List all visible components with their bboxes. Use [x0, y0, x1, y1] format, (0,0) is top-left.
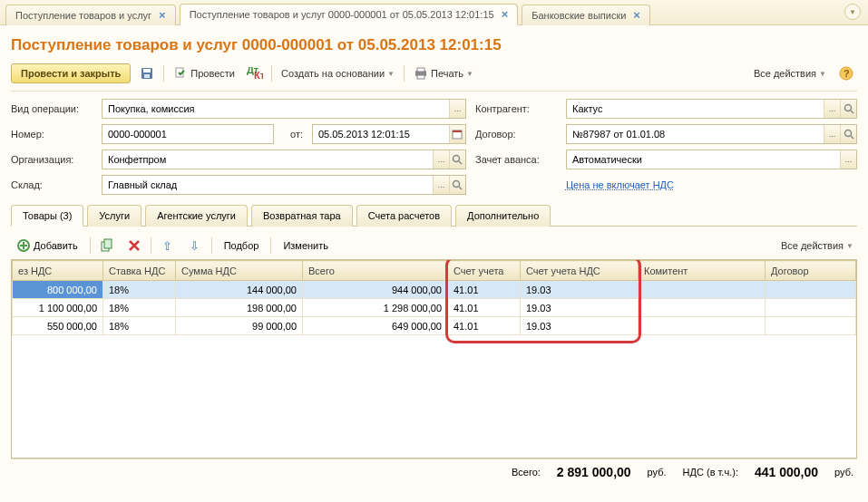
col-no-vat[interactable]: ез НДС — [13, 261, 103, 281]
lookup-icon[interactable] — [449, 150, 465, 169]
help-icon[interactable]: ? — [835, 63, 857, 83]
grid-all-actions-button[interactable]: Все действия ▼ — [777, 237, 857, 254]
cell-vat-rate[interactable]: 18% — [103, 317, 176, 335]
cell-vat-rate[interactable]: 18% — [103, 299, 176, 317]
col-account[interactable]: Счет учета — [448, 261, 521, 281]
svg-rect-2 — [144, 74, 150, 78]
cell-vat-sum[interactable]: 99 000,00 — [176, 317, 303, 335]
ellipsis-icon[interactable]: ... — [449, 100, 465, 118]
col-total[interactable]: Всего — [303, 261, 448, 281]
counterparty-field[interactable] — [567, 100, 824, 118]
tab-settlement-accounts[interactable]: Счета расчетов — [356, 205, 452, 227]
col-vat-sum[interactable]: Сумма НДС — [176, 261, 303, 281]
cell-vat-sum[interactable]: 198 000,00 — [176, 299, 303, 317]
warehouse-input[interactable]: ... — [102, 175, 466, 195]
ellipsis-icon[interactable]: ... — [433, 150, 449, 169]
date-field[interactable] — [313, 125, 449, 143]
ellipsis-icon[interactable]: ... — [433, 176, 449, 194]
warehouse-field[interactable] — [102, 176, 433, 194]
tab-services[interactable]: Услуги — [87, 205, 141, 227]
cell-no-vat[interactable]: 1 100 000,00 — [13, 299, 103, 317]
pick-button[interactable]: Подбор — [218, 237, 266, 255]
ellipsis-icon[interactable]: ... — [840, 150, 856, 169]
edit-button[interactable]: Изменить — [277, 237, 335, 255]
total-label: Всего: — [512, 467, 541, 478]
advance-input[interactable]: ... — [566, 150, 857, 169]
move-down-icon[interactable]: ⇩ — [184, 236, 206, 256]
cell-no-vat[interactable]: 550 000,00 — [13, 317, 103, 335]
tab-bar: Поступление товаров и услуг × Поступлени… — [0, 0, 868, 25]
contract-field[interactable] — [567, 125, 824, 143]
col-vat-account[interactable]: Счет учета НДС — [521, 261, 639, 281]
cell-contract[interactable] — [766, 299, 856, 317]
tab-goods[interactable]: Товары (3) — [11, 205, 83, 227]
cell-vat-account[interactable]: 19.03 — [521, 317, 639, 335]
cell-total[interactable]: 1 298 000,00 — [303, 299, 448, 317]
page-title: Поступление товаров и услуг 0000-000001 … — [11, 36, 857, 54]
tab-bank-statements[interactable]: Банковские выписки × — [522, 5, 650, 25]
operation-type-input[interactable]: ... — [102, 99, 466, 119]
move-up-icon[interactable]: ⇧ — [157, 236, 179, 256]
post-button[interactable]: Провести — [170, 63, 239, 83]
calendar-icon[interactable] — [449, 125, 465, 143]
goods-table[interactable]: ез НДС Ставка НДС Сумма НДС Всего Счет у… — [11, 259, 857, 459]
col-consignor[interactable]: Комитент — [639, 261, 766, 281]
cell-vat-sum[interactable]: 144 000,00 — [176, 281, 303, 299]
tab-goods-receipt-list[interactable]: Поступление товаров и услуг × — [5, 5, 176, 25]
cell-contract[interactable] — [766, 281, 856, 299]
ellipsis-icon[interactable]: ... — [824, 100, 840, 118]
organization-input[interactable]: ... — [102, 150, 466, 169]
cell-consignor[interactable] — [639, 299, 766, 317]
close-icon[interactable]: × — [633, 11, 640, 20]
cell-total[interactable]: 649 000,00 — [303, 317, 448, 335]
counterparty-input[interactable]: ... — [566, 99, 857, 119]
advance-field[interactable] — [567, 150, 840, 169]
cell-consignor[interactable] — [639, 317, 766, 335]
table-row[interactable]: 550 000,00 18% 99 000,00 649 000,00 41.0… — [13, 317, 856, 335]
cell-account[interactable]: 41.01 — [448, 281, 521, 299]
cell-consignor[interactable] — [639, 281, 766, 299]
tabs-dropdown-button[interactable] — [844, 4, 861, 20]
cell-total[interactable]: 944 000,00 — [303, 281, 448, 299]
delete-row-icon[interactable] — [123, 236, 145, 256]
number-input[interactable] — [102, 124, 274, 144]
copy-row-icon[interactable] — [96, 236, 118, 256]
tab-agent-services[interactable]: Агентские услуги — [145, 205, 248, 227]
lookup-icon[interactable] — [840, 125, 856, 143]
cell-vat-account[interactable]: 19.03 — [521, 281, 639, 299]
operation-type-field[interactable] — [102, 100, 449, 118]
ellipsis-icon[interactable]: ... — [824, 125, 840, 143]
tab-returnable-tare[interactable]: Возвратная тара — [251, 205, 353, 227]
table-row[interactable]: 800 000,00 18% 144 000,00 944 000,00 41.… — [13, 281, 856, 299]
tab-additional[interactable]: Дополнительно — [455, 205, 551, 227]
add-row-button[interactable]: Добавить — [11, 236, 84, 256]
date-input[interactable] — [312, 124, 466, 144]
number-field[interactable] — [102, 125, 273, 143]
organization-field[interactable] — [102, 150, 433, 169]
table-row[interactable]: 1 100 000,00 18% 198 000,00 1 298 000,00… — [13, 299, 856, 317]
tab-goods-receipt-doc[interactable]: Поступление товаров и услуг 0000-000001 … — [180, 4, 519, 25]
counterparty-label: Контрагент: — [475, 103, 557, 114]
all-actions-label: Все действия — [754, 68, 816, 79]
close-icon[interactable]: × — [159, 11, 166, 20]
cell-account[interactable]: 41.01 — [448, 299, 521, 317]
dt-kt-icon[interactable]: ДтКт — [244, 63, 266, 83]
cell-vat-account[interactable]: 19.03 — [521, 299, 639, 317]
post-and-close-button[interactable]: Провести и закрыть — [11, 63, 131, 83]
cell-contract[interactable] — [766, 317, 856, 335]
cell-no-vat[interactable]: 800 000,00 — [13, 281, 103, 299]
close-icon[interactable]: × — [502, 10, 509, 19]
lookup-icon[interactable] — [840, 100, 856, 118]
tab-label: Банковские выписки — [532, 10, 626, 21]
save-icon[interactable] — [136, 63, 158, 83]
col-vat-rate[interactable]: Ставка НДС — [103, 261, 176, 281]
cell-account[interactable]: 41.01 — [448, 317, 521, 335]
lookup-icon[interactable] — [449, 176, 465, 194]
all-actions-button[interactable]: Все действия ▼ — [750, 65, 830, 82]
contract-input[interactable]: ... — [566, 124, 857, 144]
create-based-on-button[interactable]: Создать на основании ▼ — [278, 65, 398, 82]
col-contract[interactable]: Договор — [766, 261, 856, 281]
cell-vat-rate[interactable]: 18% — [103, 281, 176, 299]
vat-note-link[interactable]: Цена не включает НДС — [566, 179, 674, 190]
print-button[interactable]: Печать ▼ — [410, 64, 477, 82]
